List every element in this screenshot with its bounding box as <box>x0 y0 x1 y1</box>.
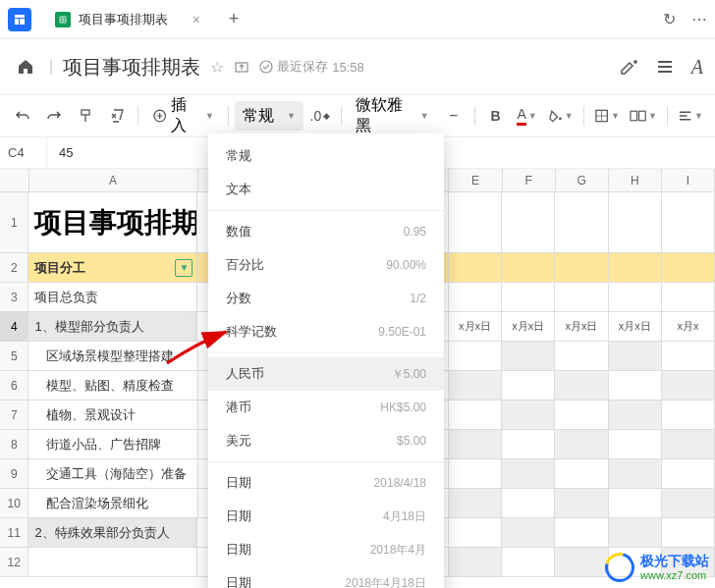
home-icon[interactable] <box>12 53 39 80</box>
cell[interactable] <box>555 459 608 488</box>
cell[interactable]: 交通工具（海陆空）准备 <box>28 459 197 488</box>
format-menu-item[interactable]: 人民币￥5.00 <box>208 357 444 391</box>
fill-color-button[interactable]: ▼ <box>544 101 578 131</box>
cell[interactable] <box>555 548 608 576</box>
cell[interactable]: 项目分工▼ <box>28 253 197 282</box>
font-dropdown[interactable]: 微软雅黑 ▼ <box>348 101 437 131</box>
format-menu-item[interactable]: 日期4月18日 <box>208 500 444 533</box>
cell[interactable]: 植物、景观设计 <box>28 401 197 429</box>
text-format-icon[interactable]: A <box>691 56 703 79</box>
cell[interactable] <box>555 371 608 400</box>
cell[interactable]: 1、模型部分负责人 <box>28 312 197 341</box>
cell[interactable] <box>502 401 555 429</box>
cell[interactable] <box>609 489 662 517</box>
decimal-button[interactable]: .0◆ <box>305 101 335 131</box>
cell[interactable] <box>502 518 555 547</box>
cell[interactable] <box>555 253 608 282</box>
cell[interactable] <box>662 253 715 282</box>
cell[interactable] <box>555 489 608 517</box>
cell[interactable]: x月x日 <box>502 312 555 341</box>
row-header[interactable]: 1 <box>0 192 28 252</box>
row-header[interactable]: 11 <box>0 518 28 547</box>
row-header[interactable]: 9 <box>0 459 28 488</box>
row-header[interactable]: 3 <box>0 283 28 311</box>
cell[interactable] <box>502 371 555 400</box>
refresh-icon[interactable]: ↻ <box>663 10 676 28</box>
undo-button[interactable] <box>8 101 37 131</box>
cell[interactable] <box>609 430 662 458</box>
column-header[interactable]: A <box>29 169 198 191</box>
cell[interactable] <box>662 342 715 370</box>
clear-format-button[interactable] <box>102 101 132 131</box>
cell[interactable] <box>662 192 715 252</box>
cell[interactable] <box>502 430 555 458</box>
cell[interactable] <box>609 253 662 282</box>
cell[interactable] <box>28 548 197 576</box>
cell[interactable] <box>662 430 715 458</box>
row-header[interactable]: 6 <box>0 371 28 400</box>
cell[interactable] <box>449 459 502 488</box>
cell[interactable] <box>502 489 555 517</box>
row-header[interactable]: 7 <box>0 401 28 429</box>
cell[interactable] <box>662 371 715 400</box>
cell[interactable]: x月x日 <box>609 312 662 341</box>
cell[interactable] <box>609 283 662 311</box>
format-menu-item[interactable]: 科学记数9.50E-01 <box>208 315 444 348</box>
app-icon[interactable] <box>8 8 31 31</box>
column-header[interactable]: I <box>662 169 715 191</box>
new-tab-button[interactable]: + <box>220 6 248 33</box>
cell[interactable] <box>662 283 715 311</box>
cell[interactable] <box>609 342 662 370</box>
filter-icon[interactable]: ▼ <box>175 259 192 277</box>
cell[interactable] <box>502 548 555 576</box>
cell[interactable] <box>662 489 715 517</box>
cell-name-box[interactable]: C4 <box>0 137 47 168</box>
document-tab[interactable]: 项目事项排期表 × <box>39 2 216 37</box>
cell[interactable] <box>662 401 715 429</box>
cell[interactable] <box>555 401 608 429</box>
cell[interactable] <box>555 283 608 311</box>
font-size-decrease[interactable]: − <box>439 101 468 131</box>
format-painter-button[interactable] <box>71 101 100 131</box>
cell[interactable] <box>609 192 662 252</box>
cell[interactable] <box>449 192 502 252</box>
column-header[interactable]: F <box>503 169 556 191</box>
cell[interactable]: 项目总负责 <box>28 283 197 311</box>
cell[interactable] <box>555 342 608 370</box>
cell[interactable] <box>449 371 502 400</box>
star-icon[interactable]: ☆ <box>210 58 224 77</box>
menu-icon[interactable] <box>656 58 674 76</box>
cell[interactable] <box>609 518 662 547</box>
row-header[interactable]: 8 <box>0 430 28 458</box>
font-color-button[interactable]: A ▼ <box>513 101 542 131</box>
insert-dropdown[interactable]: 插入 ▼ <box>144 101 222 131</box>
cell[interactable] <box>609 401 662 429</box>
format-menu-item[interactable]: 数值0.95 <box>208 215 444 248</box>
cell[interactable] <box>449 489 502 517</box>
column-header[interactable]: H <box>609 169 662 191</box>
merge-button[interactable]: ▼ <box>626 101 661 131</box>
cell[interactable] <box>609 371 662 400</box>
cell[interactable] <box>662 518 715 547</box>
cell[interactable]: x月x日 <box>555 312 608 341</box>
format-menu-item[interactable]: 美元$5.00 <box>208 424 444 457</box>
cell[interactable] <box>449 342 502 370</box>
align-button[interactable]: ▼ <box>674 101 707 131</box>
cell[interactable] <box>502 459 555 488</box>
cell[interactable] <box>555 192 608 252</box>
cell[interactable]: x月x <box>662 312 715 341</box>
number-format-dropdown[interactable]: 常规 ▼ <box>235 101 303 131</box>
cell[interactable]: 配合渲染场景细化 <box>28 489 197 517</box>
cell[interactable] <box>449 518 502 547</box>
cell[interactable] <box>609 459 662 488</box>
format-menu-item[interactable]: 百分比90.00% <box>208 248 444 282</box>
row-header[interactable]: 2 <box>0 253 28 282</box>
cell[interactable]: 2、特殊效果部分负责人 <box>28 518 197 547</box>
redo-button[interactable] <box>39 101 69 131</box>
cell[interactable] <box>449 283 502 311</box>
cell[interactable] <box>449 401 502 429</box>
more-icon[interactable]: ⋯ <box>691 10 707 28</box>
cell[interactable] <box>555 430 608 458</box>
cell[interactable]: 街道小品、广告招牌 <box>28 430 197 458</box>
row-header[interactable]: 4 <box>0 312 28 341</box>
